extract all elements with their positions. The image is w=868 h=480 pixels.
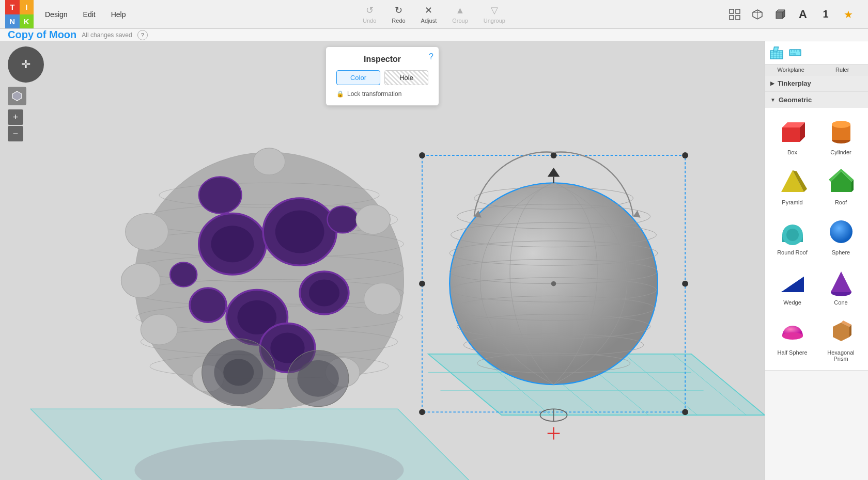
sphere-label: Sphere xyxy=(832,249,850,255)
workplane-icon-button[interactable] xyxy=(768,44,785,61)
shape-cylinder[interactable]: Cylinder xyxy=(818,112,864,159)
group-label: Group xyxy=(452,18,468,24)
project-help-button[interactable]: ? xyxy=(137,30,148,40)
inspector-help[interactable]: ? xyxy=(429,52,433,61)
one-button[interactable]: 1 xyxy=(816,5,835,24)
cone-label: Cone xyxy=(834,299,847,306)
geometric-header[interactable]: ▼ Geometric xyxy=(765,92,868,108)
adjust-icon: ✕ xyxy=(425,5,432,16)
design-menu[interactable]: Design xyxy=(38,7,75,22)
left-controls: ✛ + − xyxy=(8,46,44,141)
shape-box[interactable]: Box xyxy=(769,112,815,159)
ruler-icon-button[interactable]: mm xyxy=(787,44,803,61)
favorite-button[interactable]: ★ xyxy=(839,5,858,24)
svg-rect-2 xyxy=(730,15,734,20)
half-sphere-shape-icon xyxy=(777,316,808,347)
svg-marker-10 xyxy=(12,91,22,101)
tinkerplay-section: ▶ Tinkerplay xyxy=(765,75,868,92)
geometric-arrow: ▼ xyxy=(770,97,776,103)
cone-shape-icon xyxy=(826,266,857,297)
tinkerplay-label: Tinkerplay xyxy=(778,79,811,87)
roof-shape-icon xyxy=(826,166,857,197)
svg-rect-0 xyxy=(730,9,734,13)
redo-button[interactable]: ↻ Redo xyxy=(385,2,411,26)
grid-view-button[interactable] xyxy=(725,5,744,24)
roof-label: Roof xyxy=(835,199,847,205)
zoom-out-button[interactable]: − xyxy=(8,126,23,141)
svg-point-62 xyxy=(682,409,688,415)
view-navigator[interactable]: ✛ xyxy=(8,46,44,83)
sphere-shape-icon xyxy=(826,216,857,247)
help-menu[interactable]: Help xyxy=(104,7,133,22)
shape-hex-prism[interactable]: Hexagonal Prism xyxy=(818,312,864,366)
svg-marker-81 xyxy=(633,211,640,218)
svg-point-44 xyxy=(253,148,285,175)
redo-icon: ↻ xyxy=(395,5,402,16)
sidebar-collapse-button[interactable]: › xyxy=(765,298,765,318)
3d-scene xyxy=(0,41,765,480)
undo-icon: ↺ xyxy=(366,5,374,16)
svg-point-35 xyxy=(327,206,358,233)
toolbar-center: ↺ Undo ↻ Redo ✕ Adjust ▲ Group ▽ Ungroup xyxy=(357,2,512,26)
ruler-label: Ruler xyxy=(817,65,869,75)
view-cube[interactable] xyxy=(8,87,26,105)
svg-point-34 xyxy=(199,177,242,213)
lock-transform[interactable]: 🔒 Lock transformation xyxy=(336,90,428,98)
zoom-in-button[interactable]: + xyxy=(8,109,23,125)
box-view-button[interactable] xyxy=(771,5,789,24)
tinkerplay-arrow: ▶ xyxy=(770,81,774,86)
edit-menu[interactable]: Edit xyxy=(76,7,103,22)
geometric-label: Geometric xyxy=(779,96,812,104)
project-status: All changes saved xyxy=(82,31,132,39)
canvas-area[interactable]: Inspector Color Hole 🔒 Lock transformati… xyxy=(0,41,765,480)
hole-button[interactable]: Hole xyxy=(384,70,428,85)
grid-icon xyxy=(729,9,740,20)
sidebar-labels-row: Workplane Ruler xyxy=(765,65,868,75)
pyramid-label: Pyramid xyxy=(782,199,802,205)
shape-round-roof[interactable]: Round Roof xyxy=(769,212,815,260)
svg-marker-118 xyxy=(781,277,804,292)
geometric-section: ▼ Geometric Box xyxy=(765,92,868,371)
box-label: Box xyxy=(787,149,797,155)
project-name[interactable]: Copy of Moon xyxy=(8,29,76,41)
shape-cone[interactable]: Cone xyxy=(818,262,864,310)
adjust-button[interactable]: ✕ Adjust xyxy=(415,2,443,26)
tinkercad-logo[interactable]: T I N K xyxy=(5,0,34,28)
shape-half-sphere[interactable]: Half Sphere xyxy=(769,312,815,366)
group-button[interactable]: ▲ Group xyxy=(446,3,474,26)
undo-label: Undo xyxy=(363,18,376,24)
svg-marker-111 xyxy=(851,180,854,192)
svg-point-61 xyxy=(419,409,425,415)
nav-menu: Design Edit Help xyxy=(38,7,133,22)
inspector-panel: Inspector Color Hole 🔒 Lock transformati… xyxy=(326,46,439,106)
cylinder-shape-icon xyxy=(826,116,857,147)
ungroup-button[interactable]: ▽ Ungroup xyxy=(477,2,512,26)
shape-roof[interactable]: Roof xyxy=(818,162,864,210)
svg-marker-78 xyxy=(548,168,560,177)
svg-rect-101 xyxy=(782,127,800,142)
svg-point-47 xyxy=(223,359,254,386)
text-button[interactable]: A xyxy=(794,5,812,24)
tinkerplay-header[interactable]: ▶ Tinkerplay xyxy=(765,75,868,91)
ungroup-label: Ungroup xyxy=(484,18,505,24)
project-bar: Copy of Moon All changes saved ? xyxy=(0,29,868,41)
shape-pyramid[interactable]: Pyramid xyxy=(769,162,815,210)
logo-t: T xyxy=(5,0,20,14)
svg-point-60 xyxy=(682,152,688,158)
cube-small-icon xyxy=(11,90,23,102)
hex-prism-label: Hexagonal Prism xyxy=(820,349,862,362)
shape-wedge[interactable]: Wedge xyxy=(769,262,815,310)
cube-icon xyxy=(752,9,763,20)
color-button[interactable]: Color xyxy=(336,70,380,85)
hex-prism-shape-icon xyxy=(826,316,857,347)
svg-rect-1 xyxy=(736,9,740,13)
svg-point-31 xyxy=(190,288,226,322)
half-sphere-label: Half Sphere xyxy=(777,349,807,356)
svg-point-63 xyxy=(551,152,557,158)
undo-button[interactable]: ↺ Undo xyxy=(357,2,382,26)
shape-sphere[interactable]: Sphere xyxy=(818,212,864,260)
3d-view-button[interactable] xyxy=(748,5,767,24)
svg-point-40 xyxy=(356,205,390,234)
lock-label: Lock transformation xyxy=(347,90,401,98)
box-3d-icon xyxy=(774,9,786,20)
